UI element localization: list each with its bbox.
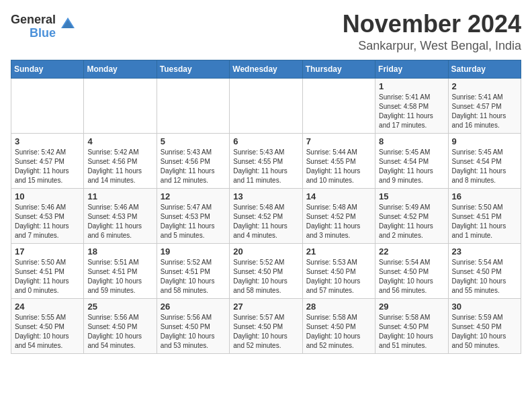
day-number: 15 bbox=[379, 191, 445, 201]
calendar-cell: 27Sunrise: 5:57 AM Sunset: 4:50 PM Dayli… bbox=[230, 298, 302, 353]
day-number: 2 bbox=[452, 81, 518, 91]
logo-general: General bbox=[11, 13, 56, 27]
day-number: 28 bbox=[306, 302, 372, 312]
calendar-cell: 12Sunrise: 5:47 AM Sunset: 4:53 PM Dayli… bbox=[157, 188, 229, 243]
week-row-3: 10Sunrise: 5:46 AM Sunset: 4:53 PM Dayli… bbox=[11, 188, 521, 243]
day-number: 19 bbox=[161, 246, 226, 257]
header-cell-monday: Monday bbox=[84, 60, 157, 78]
calendar-cell: 23Sunrise: 5:54 AM Sunset: 4:50 PM Dayli… bbox=[448, 243, 521, 298]
cell-content: Sunrise: 5:56 AM Sunset: 4:50 PM Dayligh… bbox=[87, 313, 153, 351]
cell-content: Sunrise: 5:45 AM Sunset: 4:54 PM Dayligh… bbox=[379, 148, 445, 185]
header-row: SundayMondayTuesdayWednesdayThursdayFrid… bbox=[11, 60, 521, 78]
day-number: 25 bbox=[87, 302, 153, 312]
day-number: 30 bbox=[452, 302, 518, 312]
calendar-table: SundayMondayTuesdayWednesdayThursdayFrid… bbox=[11, 60, 521, 354]
location-title: Sankarpur, West Bengal, India bbox=[343, 39, 521, 53]
cell-content: Sunrise: 5:43 AM Sunset: 4:55 PM Dayligh… bbox=[233, 148, 299, 185]
calendar-cell: 14Sunrise: 5:48 AM Sunset: 4:52 PM Dayli… bbox=[302, 188, 375, 243]
week-row-1: 1Sunrise: 5:41 AM Sunset: 4:58 PM Daylig… bbox=[11, 78, 521, 133]
cell-content: Sunrise: 5:41 AM Sunset: 4:57 PM Dayligh… bbox=[452, 93, 518, 130]
cell-content: Sunrise: 5:58 AM Sunset: 4:50 PM Dayligh… bbox=[306, 313, 372, 351]
week-row-2: 3Sunrise: 5:42 AM Sunset: 4:57 PM Daylig… bbox=[11, 133, 521, 188]
cell-content: Sunrise: 5:54 AM Sunset: 4:50 PM Dayligh… bbox=[452, 258, 518, 295]
calendar-cell: 9Sunrise: 5:45 AM Sunset: 4:54 PM Daylig… bbox=[448, 133, 521, 188]
day-number: 4 bbox=[87, 136, 153, 146]
cell-content: Sunrise: 5:50 AM Sunset: 4:51 PM Dayligh… bbox=[15, 258, 81, 295]
calendar-cell: 20Sunrise: 5:52 AM Sunset: 4:50 PM Dayli… bbox=[230, 243, 302, 298]
calendar-cell: 17Sunrise: 5:50 AM Sunset: 4:51 PM Dayli… bbox=[11, 243, 84, 298]
day-number: 18 bbox=[87, 246, 153, 257]
header: General Blue November 2024 Sankarpur, We… bbox=[11, 11, 521, 53]
header-cell-thursday: Thursday bbox=[302, 60, 375, 78]
cell-content: Sunrise: 5:43 AM Sunset: 4:56 PM Dayligh… bbox=[161, 148, 226, 185]
cell-content: Sunrise: 5:50 AM Sunset: 4:51 PM Dayligh… bbox=[452, 203, 518, 240]
header-cell-saturday: Saturday bbox=[448, 60, 521, 78]
week-row-4: 17Sunrise: 5:50 AM Sunset: 4:51 PM Dayli… bbox=[11, 243, 521, 298]
day-number: 14 bbox=[306, 191, 372, 201]
week-row-5: 24Sunrise: 5:55 AM Sunset: 4:50 PM Dayli… bbox=[11, 298, 521, 353]
day-number: 16 bbox=[452, 191, 518, 201]
calendar-cell bbox=[230, 78, 302, 133]
calendar-cell: 7Sunrise: 5:44 AM Sunset: 4:55 PM Daylig… bbox=[302, 133, 375, 188]
calendar-cell: 6Sunrise: 5:43 AM Sunset: 4:55 PM Daylig… bbox=[230, 133, 302, 188]
cell-content: Sunrise: 5:41 AM Sunset: 4:58 PM Dayligh… bbox=[379, 93, 445, 130]
cell-content: Sunrise: 5:51 AM Sunset: 4:51 PM Dayligh… bbox=[87, 258, 153, 295]
cell-content: Sunrise: 5:57 AM Sunset: 4:50 PM Dayligh… bbox=[233, 313, 299, 351]
cell-content: Sunrise: 5:59 AM Sunset: 4:50 PM Dayligh… bbox=[452, 313, 518, 351]
calendar-cell: 11Sunrise: 5:46 AM Sunset: 4:53 PM Dayli… bbox=[84, 188, 157, 243]
calendar-cell: 3Sunrise: 5:42 AM Sunset: 4:57 PM Daylig… bbox=[11, 133, 84, 188]
calendar-cell: 2Sunrise: 5:41 AM Sunset: 4:57 PM Daylig… bbox=[448, 78, 521, 133]
cell-content: Sunrise: 5:49 AM Sunset: 4:52 PM Dayligh… bbox=[379, 203, 445, 240]
calendar-cell: 15Sunrise: 5:49 AM Sunset: 4:52 PM Dayli… bbox=[375, 188, 448, 243]
calendar-cell: 21Sunrise: 5:53 AM Sunset: 4:50 PM Dayli… bbox=[302, 243, 375, 298]
calendar-cell: 24Sunrise: 5:55 AM Sunset: 4:50 PM Dayli… bbox=[11, 298, 84, 353]
header-cell-friday: Friday bbox=[375, 60, 448, 78]
cell-content: Sunrise: 5:42 AM Sunset: 4:57 PM Dayligh… bbox=[15, 148, 81, 185]
calendar-cell: 13Sunrise: 5:48 AM Sunset: 4:52 PM Dayli… bbox=[230, 188, 302, 243]
header-cell-wednesday: Wednesday bbox=[230, 60, 302, 78]
calendar-cell: 5Sunrise: 5:43 AM Sunset: 4:56 PM Daylig… bbox=[157, 133, 229, 188]
calendar-cell: 8Sunrise: 5:45 AM Sunset: 4:54 PM Daylig… bbox=[375, 133, 448, 188]
calendar-cell bbox=[84, 78, 157, 133]
day-number: 20 bbox=[233, 246, 299, 257]
calendar-cell bbox=[11, 78, 84, 133]
header-cell-tuesday: Tuesday bbox=[157, 60, 229, 78]
day-number: 9 bbox=[452, 136, 518, 146]
logo-icon bbox=[58, 15, 77, 36]
calendar-cell: 1Sunrise: 5:41 AM Sunset: 4:58 PM Daylig… bbox=[375, 78, 448, 133]
calendar-cell: 22Sunrise: 5:54 AM Sunset: 4:50 PM Dayli… bbox=[375, 243, 448, 298]
day-number: 27 bbox=[233, 302, 299, 312]
day-number: 12 bbox=[161, 191, 226, 201]
cell-content: Sunrise: 5:53 AM Sunset: 4:50 PM Dayligh… bbox=[306, 258, 372, 295]
cell-content: Sunrise: 5:48 AM Sunset: 4:52 PM Dayligh… bbox=[233, 203, 299, 240]
calendar-cell: 10Sunrise: 5:46 AM Sunset: 4:53 PM Dayli… bbox=[11, 188, 84, 243]
calendar-cell: 16Sunrise: 5:50 AM Sunset: 4:51 PM Dayli… bbox=[448, 188, 521, 243]
cell-content: Sunrise: 5:45 AM Sunset: 4:54 PM Dayligh… bbox=[452, 148, 518, 185]
calendar-cell: 18Sunrise: 5:51 AM Sunset: 4:51 PM Dayli… bbox=[84, 243, 157, 298]
header-cell-sunday: Sunday bbox=[11, 60, 84, 78]
cell-content: Sunrise: 5:42 AM Sunset: 4:56 PM Dayligh… bbox=[87, 148, 153, 185]
calendar-cell: 26Sunrise: 5:56 AM Sunset: 4:50 PM Dayli… bbox=[157, 298, 229, 353]
title-area: November 2024 Sankarpur, West Bengal, In… bbox=[343, 11, 521, 53]
day-number: 17 bbox=[15, 246, 81, 257]
cell-content: Sunrise: 5:56 AM Sunset: 4:50 PM Dayligh… bbox=[161, 313, 226, 351]
day-number: 24 bbox=[15, 302, 81, 312]
day-number: 1 bbox=[379, 81, 445, 91]
cell-content: Sunrise: 5:52 AM Sunset: 4:51 PM Dayligh… bbox=[161, 258, 226, 295]
cell-content: Sunrise: 5:48 AM Sunset: 4:52 PM Dayligh… bbox=[306, 203, 372, 240]
day-number: 22 bbox=[379, 246, 445, 257]
calendar-cell: 25Sunrise: 5:56 AM Sunset: 4:50 PM Dayli… bbox=[84, 298, 157, 353]
calendar-cell: 19Sunrise: 5:52 AM Sunset: 4:51 PM Dayli… bbox=[157, 243, 229, 298]
day-number: 7 bbox=[306, 136, 372, 146]
cell-content: Sunrise: 5:46 AM Sunset: 4:53 PM Dayligh… bbox=[15, 203, 81, 240]
month-title: November 2024 bbox=[343, 11, 521, 38]
day-number: 13 bbox=[233, 191, 299, 201]
calendar-cell: 29Sunrise: 5:58 AM Sunset: 4:50 PM Dayli… bbox=[375, 298, 448, 353]
day-number: 11 bbox=[87, 191, 153, 201]
day-number: 29 bbox=[379, 302, 445, 312]
day-number: 10 bbox=[15, 191, 81, 201]
cell-content: Sunrise: 5:47 AM Sunset: 4:53 PM Dayligh… bbox=[161, 203, 226, 240]
day-number: 6 bbox=[233, 136, 299, 146]
calendar-cell: 28Sunrise: 5:58 AM Sunset: 4:50 PM Dayli… bbox=[302, 298, 375, 353]
cell-content: Sunrise: 5:55 AM Sunset: 4:50 PM Dayligh… bbox=[15, 313, 81, 351]
